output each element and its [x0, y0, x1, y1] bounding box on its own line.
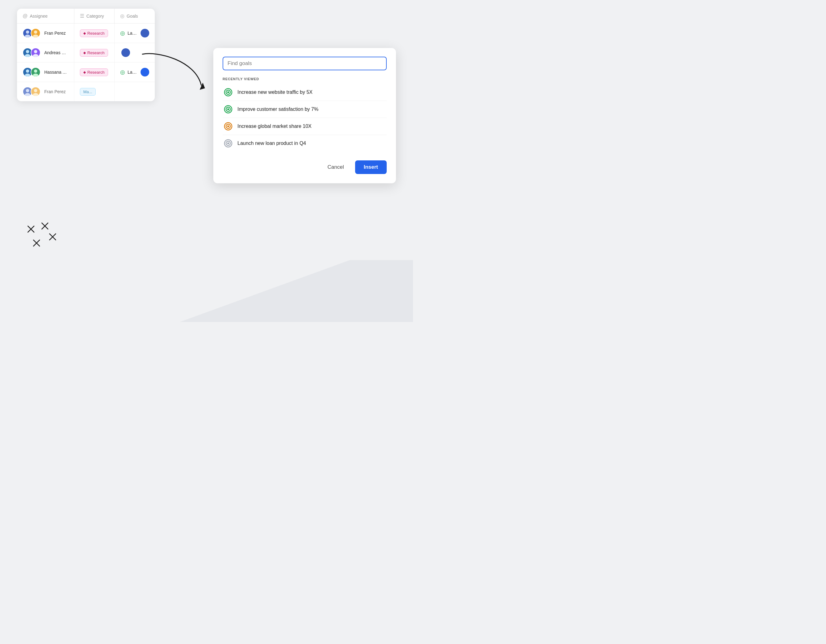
modal-footer: Cancel Insert: [223, 160, 387, 174]
goal-list-item[interactable]: Increase global market share 10X: [223, 118, 387, 135]
search-input[interactable]: [228, 61, 382, 67]
svg-point-4: [34, 30, 37, 34]
svg-point-7: [26, 50, 30, 53]
avatar-group: [23, 28, 40, 38]
svg-point-16: [34, 69, 37, 73]
goal-item-text: Increase global market share 10X: [238, 124, 312, 129]
table-row: Andreas Ran ◆ Research: [17, 43, 155, 62]
assignee-name: Andreas Ran: [44, 50, 68, 55]
avatar-group: [23, 48, 40, 57]
category-badge: ◆ Research: [80, 49, 108, 57]
svg-point-22: [34, 89, 37, 92]
row-end-indicator: [141, 29, 149, 37]
goal-text: Launch n...: [127, 31, 137, 36]
cancel-button[interactable]: Cancel: [323, 161, 349, 173]
cell-goals: ◎ Launch n...: [115, 23, 155, 43]
svg-marker-24: [200, 83, 205, 90]
col-header-category: ☰ Category: [74, 9, 115, 23]
avatar: [31, 28, 40, 38]
background-stripe: [0, 260, 413, 322]
avatar: [31, 87, 40, 96]
cell-goals: [115, 82, 155, 101]
table-row: Fran Perez Ma...: [17, 82, 155, 101]
svg-line-26: [28, 226, 34, 232]
cell-assignee: Hassana Ajiy: [17, 62, 74, 82]
cell-category: ◆ Research: [74, 23, 115, 43]
insert-button[interactable]: Insert: [355, 160, 387, 174]
search-input-container[interactable]: [223, 57, 387, 70]
cell-category: ◆ Research: [74, 62, 115, 82]
find-goals-modal: RECENTLY VIEWED Increase new website tra…: [213, 48, 396, 183]
goal-icon-orange: [224, 122, 233, 131]
cell-category: Ma...: [74, 82, 115, 101]
badge-icon: ◆: [83, 70, 86, 74]
svg-point-35: [227, 92, 229, 93]
goal-item-text: Launch new loan product in Q4: [238, 141, 306, 146]
goal-item-text: Improve customer satisfaction by 7%: [238, 107, 318, 112]
goal-icon: ◎: [120, 69, 125, 76]
row-end-indicator: [121, 48, 130, 57]
goal-icon-green: [224, 105, 233, 113]
assignee-name: Fran Perez: [44, 31, 66, 36]
goal-text: Launch n...: [127, 70, 137, 74]
goal-icon-green: [224, 88, 233, 96]
assignee-name: Fran Perez: [44, 89, 66, 94]
table-header: @ Assignee ☰ Category ◎ Goals: [17, 9, 155, 23]
cell-assignee: Andreas Ran: [17, 43, 74, 62]
avatar-group: [23, 87, 40, 96]
svg-point-41: [227, 126, 229, 127]
goal-icon-gray: [224, 139, 233, 148]
cell-category: ◆ Research: [74, 43, 115, 62]
assignee-icon: @: [23, 13, 28, 19]
table-card: @ Assignee ☰ Category ◎ Goals: [17, 9, 155, 101]
col-header-assignee: @ Assignee: [17, 9, 74, 23]
avatar-group: [23, 67, 40, 77]
cell-assignee: Fran Perez: [17, 23, 74, 43]
avatar: [31, 48, 40, 57]
goal-list-item[interactable]: Improve customer satisfaction by 7%: [223, 101, 387, 118]
svg-point-1: [26, 30, 30, 34]
svg-line-30: [50, 234, 56, 240]
goal-list-item[interactable]: Launch new loan product in Q4: [223, 135, 387, 152]
svg-line-28: [42, 223, 48, 229]
svg-line-25: [28, 226, 34, 232]
svg-point-13: [26, 69, 30, 73]
cell-assignee: Fran Perez: [17, 82, 74, 101]
goal-icon: ◎: [120, 30, 125, 37]
svg-point-10: [34, 50, 37, 53]
assignee-name: Hassana Ajiy: [44, 70, 68, 74]
avatar: [31, 67, 40, 77]
svg-point-19: [26, 89, 30, 92]
goal-item-text: Increase new website traffic by 5X: [238, 90, 313, 95]
badge-icon: ◆: [83, 31, 86, 35]
svg-line-27: [42, 223, 48, 229]
section-label: RECENTLY VIEWED: [223, 77, 387, 81]
sparkle-decoration: [19, 211, 81, 260]
category-icon: ☰: [80, 13, 84, 19]
col-header-goals: ◎ Goals: [115, 9, 155, 23]
svg-point-44: [227, 143, 229, 144]
badge-icon: ◆: [83, 51, 86, 55]
svg-point-38: [227, 109, 229, 110]
category-badge: ◆ Research: [80, 68, 108, 76]
cell-goals: [115, 43, 155, 62]
svg-line-31: [33, 240, 40, 246]
cell-goals: ◎ Launch n...: [115, 62, 155, 82]
category-badge: Ma...: [80, 88, 96, 96]
svg-line-32: [33, 240, 40, 246]
goal-list: Increase new website traffic by 5X Impro…: [223, 84, 387, 152]
category-badge: ◆ Research: [80, 29, 108, 37]
row-end-indicator: [141, 68, 149, 76]
svg-line-29: [50, 234, 56, 240]
table-row: Fran Perez ◆ Research ◎ Launch n...: [17, 23, 155, 43]
goals-icon: ◎: [120, 13, 124, 19]
table-row: Hassana Ajiy ◆ Research ◎ Launch n...: [17, 62, 155, 82]
goal-list-item[interactable]: Increase new website traffic by 5X: [223, 84, 387, 101]
